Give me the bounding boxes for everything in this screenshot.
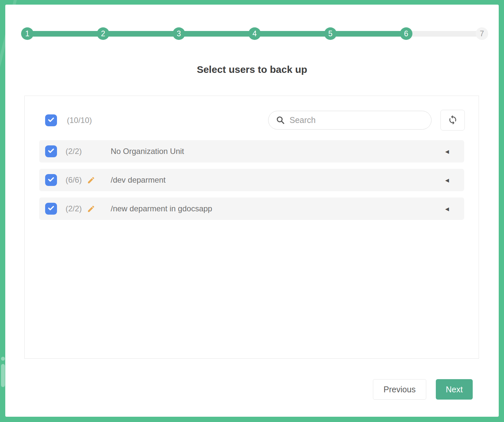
page-title: Select users to back up [5, 64, 499, 75]
step-connector [183, 31, 250, 37]
step-1: 1 [21, 27, 34, 40]
row-selected-count: (2/2) [66, 204, 82, 213]
checkmark-icon [47, 204, 55, 213]
org-unit-row[interactable]: (2/2) No Organization Unit ◀ [39, 140, 464, 163]
wizard-card: 1 2 3 4 5 6 7 Select users to back up (1… [5, 5, 499, 417]
org-unit-row[interactable]: (6/6) /dev deparment ◀ [39, 169, 464, 191]
search-box [268, 111, 432, 130]
background-watermark-dot [1, 357, 5, 361]
background-watermark-stem [1, 364, 5, 387]
edit-pencil-icon[interactable] [87, 176, 95, 184]
selected-total-count: (10/10) [67, 116, 92, 125]
step-connector-inactive [410, 31, 478, 37]
org-unit-list: (2/2) No Organization Unit ◀ (6/6) [25, 140, 479, 220]
row-count-column: (2/2) [66, 204, 111, 213]
org-unit-name: /dev deparment [111, 175, 166, 185]
step-connector [107, 31, 175, 37]
panel-header: (10/10) [25, 96, 479, 131]
checkmark-icon [47, 147, 55, 156]
wizard-footer: Previous Next [373, 379, 473, 400]
step-3: 3 [173, 27, 185, 40]
row-checkbox[interactable] [45, 145, 57, 157]
step-7: 7 [476, 27, 488, 40]
collapse-arrow-icon[interactable]: ◀ [445, 149, 449, 154]
user-selection-panel: (10/10) [24, 96, 479, 359]
step-2: 2 [97, 27, 109, 40]
row-selected-count: (6/6) [66, 175, 82, 185]
org-unit-row[interactable]: (2/2) /new deparment in gdocsapp ◀ [39, 197, 464, 220]
org-unit-name: No Organization Unit [111, 147, 184, 156]
previous-button[interactable]: Previous [373, 379, 426, 400]
step-connector [32, 31, 99, 37]
row-selected-count: (2/2) [66, 147, 82, 156]
org-unit-name: /new deparment in gdocsapp [111, 204, 212, 213]
refresh-button[interactable] [440, 110, 465, 131]
row-checkbox[interactable] [45, 174, 57, 186]
row-count-column: (6/6) [66, 175, 111, 185]
next-button[interactable]: Next [436, 379, 473, 400]
refresh-icon [448, 115, 458, 126]
step-6: 6 [400, 27, 412, 40]
progress-stepper: 1 2 3 4 5 6 7 [21, 27, 488, 40]
edit-pencil-icon[interactable] [87, 205, 95, 213]
search-input[interactable] [268, 111, 432, 130]
collapse-arrow-icon[interactable]: ◀ [445, 206, 449, 211]
row-checkbox[interactable] [45, 203, 57, 215]
step-connector [335, 31, 402, 37]
step-4: 4 [248, 27, 261, 40]
step-connector [259, 31, 326, 37]
collapse-arrow-icon[interactable]: ◀ [445, 178, 449, 183]
step-5: 5 [324, 27, 337, 40]
checkmark-icon [47, 116, 55, 125]
row-count-column: (2/2) [66, 147, 111, 156]
select-all-checkbox[interactable] [45, 114, 57, 126]
checkmark-icon [47, 175, 55, 185]
